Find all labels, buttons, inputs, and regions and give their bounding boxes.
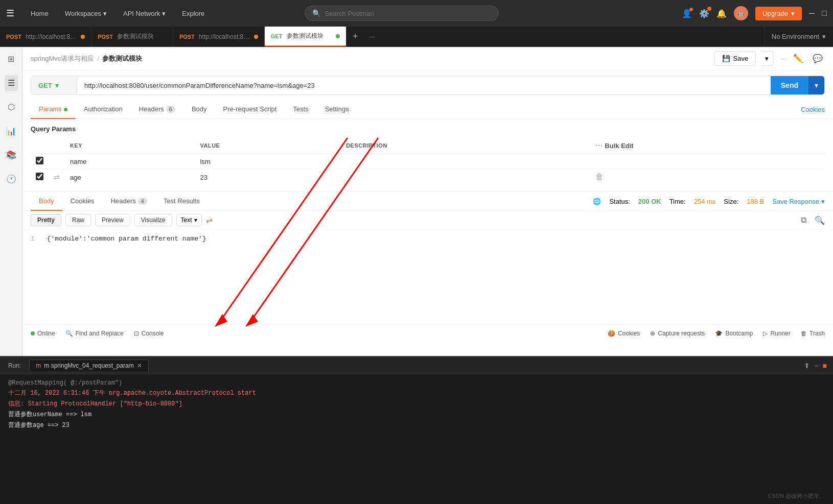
sidebar-icon-mock[interactable]: 📚 bbox=[3, 147, 19, 163]
row-0-checkbox[interactable] bbox=[36, 157, 43, 164]
format-raw-button[interactable]: Raw bbox=[65, 214, 91, 226]
row-1-delete-icon[interactable]: 🗑 bbox=[595, 173, 604, 181]
copy-response-icon[interactable]: ⧉ bbox=[801, 215, 806, 225]
resp-tab-body[interactable]: Body bbox=[31, 192, 62, 211]
terminal-tab-active[interactable]: m m springMvc_04_request_param ✕ bbox=[29, 359, 148, 371]
req-tab-tests[interactable]: Tests bbox=[285, 100, 316, 119]
search-response-icon[interactable]: 🔍 bbox=[815, 215, 825, 225]
tab-more-button[interactable]: ··· bbox=[364, 27, 380, 46]
avatar[interactable]: 🤖 bbox=[734, 6, 748, 20]
settings-icon[interactable]: ⚙️ bbox=[699, 9, 709, 18]
bulk-edit-button[interactable]: Bulk Edit bbox=[605, 142, 633, 150]
hamburger-icon[interactable]: ☰ bbox=[6, 8, 14, 19]
response-format-bar: Pretty Raw Preview Visualize Text ▾ ⇌ ⧉ … bbox=[22, 211, 833, 230]
time-value: 254 ms bbox=[694, 198, 716, 205]
terminal-close-icon[interactable]: ✕ bbox=[137, 362, 142, 369]
maven-icon: m bbox=[36, 362, 41, 369]
wrap-icon[interactable]: ⇌ bbox=[206, 215, 213, 225]
terminal-stop-icon[interactable]: ■ bbox=[823, 362, 827, 370]
row-0-value: lsm bbox=[195, 154, 341, 170]
console-button[interactable]: ⊡ Console bbox=[134, 330, 164, 337]
search-bar[interactable]: 🔍 bbox=[305, 6, 499, 21]
req-tab-authorization[interactable]: Authorization bbox=[76, 100, 131, 119]
resp-tab-headers[interactable]: Headers4 bbox=[103, 192, 155, 211]
th-value: VALUE bbox=[195, 138, 341, 154]
sidebar-icon-collections[interactable]: ☰ bbox=[5, 75, 18, 91]
format-visualize-button[interactable]: Visualize bbox=[134, 214, 172, 226]
console-icon: ⊡ bbox=[134, 330, 139, 337]
save-icon: 💾 bbox=[722, 55, 730, 62]
send-dropdown-button[interactable]: ▾ bbox=[808, 76, 824, 94]
tab-1[interactable]: POST 参数测试模块 bbox=[91, 27, 173, 46]
nav-api-network[interactable]: API Network ▾ bbox=[119, 8, 170, 19]
tab-2[interactable]: POST http://localhost:8080/ bbox=[173, 27, 265, 46]
terminal-minimize-icon[interactable]: − bbox=[814, 362, 818, 370]
sidebar-icon-history[interactable]: 🕐 bbox=[3, 171, 19, 187]
resp-tab-test-results[interactable]: Test Results bbox=[155, 192, 208, 211]
capture-button[interactable]: ⊕ Capture requests bbox=[650, 330, 705, 337]
nav-workspaces[interactable]: Workspaces ▾ bbox=[61, 8, 111, 19]
environment-selector[interactable]: No Environment ▾ bbox=[764, 27, 833, 46]
params-more-icon[interactable]: ··· bbox=[595, 141, 603, 150]
method-select[interactable]: GET ▾ bbox=[31, 77, 77, 94]
sidebar-icon-api[interactable]: ⬡ bbox=[5, 99, 18, 115]
nav-explore[interactable]: Explore bbox=[178, 8, 209, 19]
notification-icon[interactable]: 🔔 bbox=[716, 9, 727, 18]
format-pretty-button[interactable]: Pretty bbox=[31, 214, 61, 226]
table-row: ⇄ age 23 🗑 bbox=[31, 170, 825, 185]
tab-1-url: 参数测试模块 bbox=[117, 32, 154, 41]
req-tab-pre-request[interactable]: Pre-request Script bbox=[215, 100, 285, 119]
th-icon bbox=[49, 138, 65, 154]
format-preview-button[interactable]: Preview bbox=[95, 214, 130, 226]
send-button[interactable]: Send bbox=[771, 76, 808, 94]
cookies-status-button[interactable]: 🍪 Cookies bbox=[608, 330, 640, 337]
row-1-tune-icon[interactable]: ⇄ bbox=[54, 173, 60, 181]
tab-add-button[interactable]: + bbox=[346, 27, 364, 46]
tab-0[interactable]: POST http://localhost:8080/ bbox=[0, 27, 91, 46]
edit-icon-button[interactable]: ✏️ bbox=[791, 52, 805, 65]
sidebar-icon-monitor[interactable]: 📊 bbox=[3, 123, 19, 139]
req-tab-body[interactable]: Body bbox=[183, 100, 215, 119]
tab-3-method: GET bbox=[271, 33, 283, 39]
comment-icon-button[interactable]: 💬 bbox=[811, 52, 825, 65]
time-label: Time: bbox=[669, 198, 686, 205]
save-response-button[interactable]: Save Response ▾ bbox=[772, 198, 825, 205]
search-input[interactable] bbox=[325, 10, 491, 17]
term-line-1-text: 十二月 16, 2022 6:31:46 下午 org.apache.coyot… bbox=[8, 390, 256, 397]
params-table: KEY VALUE DESCRIPTION ··· Bulk Edit bbox=[31, 138, 825, 185]
find-replace-button[interactable]: 🔍 Find and Replace bbox=[65, 330, 124, 337]
tab-3[interactable]: GET 参数测试模块 bbox=[265, 27, 346, 46]
size-value: 188 B bbox=[747, 198, 764, 205]
query-params-title: Query Params bbox=[31, 125, 825, 133]
save-button[interactable]: 💾 Save Response Save bbox=[714, 51, 756, 66]
save-dropdown-button[interactable]: ▾ bbox=[761, 51, 773, 66]
nav-home[interactable]: Home bbox=[27, 8, 53, 19]
search-icon: 🔍 bbox=[312, 9, 321, 17]
format-type-select[interactable]: Text ▾ bbox=[176, 214, 202, 226]
runner-button[interactable]: ▷ Runner bbox=[763, 330, 790, 337]
resp-tab-cookies[interactable]: Cookies bbox=[62, 192, 103, 211]
row-1-checkbox[interactable] bbox=[36, 173, 43, 180]
maximize-icon[interactable]: □ bbox=[822, 9, 827, 18]
req-tab-headers[interactable]: Headers6 bbox=[131, 100, 183, 119]
minimize-icon[interactable]: ─ bbox=[809, 9, 815, 18]
sidebar-icon-new-tab[interactable]: ⊞ bbox=[5, 51, 17, 67]
tab-3-url: 参数测试模块 bbox=[287, 32, 323, 40]
trash-button[interactable]: 🗑 Trash bbox=[801, 330, 825, 337]
online-indicator[interactable]: Online bbox=[31, 330, 55, 337]
breadcrumb-parent[interactable]: springMvc请求与相应 bbox=[31, 54, 94, 63]
req-tab-params[interactable]: Params bbox=[31, 100, 76, 119]
line-number-1: 1 bbox=[31, 235, 35, 243]
status-bar: Online 🔍 Find and Replace ⊡ Console 🍪 Co… bbox=[22, 324, 833, 342]
upgrade-button[interactable]: Upgrade ▾ bbox=[755, 7, 802, 20]
tabs-bar: POST http://localhost:8080/ POST 参数测试模块 … bbox=[0, 27, 833, 47]
invite-icon[interactable]: 👤 bbox=[682, 9, 692, 18]
bootcamp-button[interactable]: 🎓 Bootcamp bbox=[715, 330, 753, 337]
url-input[interactable] bbox=[77, 77, 771, 94]
method-label: GET bbox=[38, 82, 52, 89]
capture-icon: ⊕ bbox=[650, 330, 655, 337]
cookies-link[interactable]: Cookies bbox=[801, 106, 825, 113]
req-tab-settings[interactable]: Settings bbox=[317, 100, 357, 119]
terminal-scroll-top-icon[interactable]: ⬆ bbox=[804, 362, 810, 370]
top-bar-right: 👤 ⚙️ 🔔 🤖 Upgrade ▾ ─ □ bbox=[682, 6, 827, 20]
